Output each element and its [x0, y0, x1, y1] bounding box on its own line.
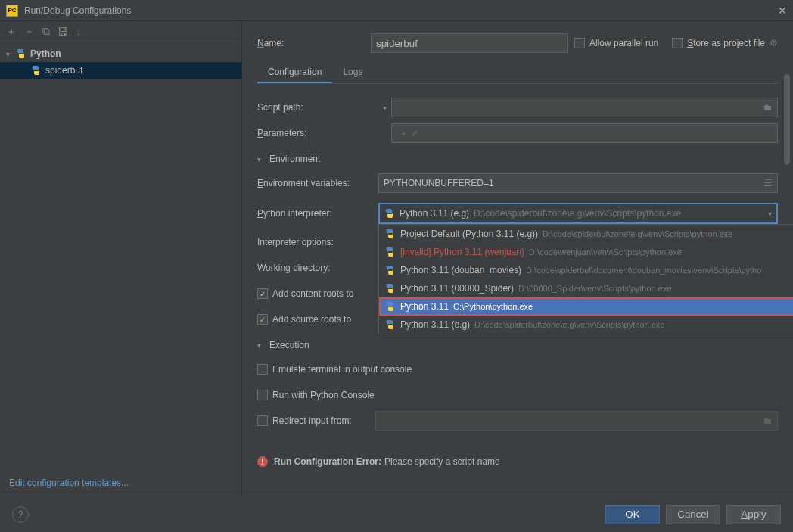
script-path-row: Script path: ▾ 🖿 — [257, 95, 778, 120]
add-icon[interactable]: ＋ — [6, 25, 17, 39]
chevron-down-icon: ▾ — [257, 155, 269, 163]
tab-logs[interactable]: Logs — [332, 62, 373, 83]
folder-icon[interactable]: 🖿 — [763, 102, 773, 113]
config-tree: ▾ Python spiderbuf — [0, 42, 241, 470]
interpreter-option[interactable]: Python 3.11 (00000_Spider)D:\00000_Spide… — [379, 279, 793, 297]
tree-item-label: spiderbuf — [45, 65, 82, 76]
interpreter-option[interactable]: Python 3.11C:\Python\python.exe — [379, 297, 793, 316]
error-message: Please specify a script name — [384, 456, 500, 467]
list-icon[interactable]: ☰ — [764, 178, 773, 188]
expand-icon[interactable]: ⤢ — [411, 129, 418, 138]
sort-icon[interactable]: ↕ — [76, 26, 81, 38]
error-label: Run Configuration Error: — [274, 456, 381, 467]
chevron-down-icon: ▾ — [257, 341, 269, 350]
window-title: Run/Debug Configurations — [24, 5, 778, 16]
parameters-label: Parameters: — [257, 128, 378, 138]
save-template-icon[interactable]: 🖫 — [58, 26, 68, 38]
copy-icon[interactable]: ⧉ — [42, 25, 50, 38]
chevron-down-icon: ▾ — [6, 50, 15, 58]
interpreter-label: Python interpreter: — [257, 208, 378, 219]
tabs: Configuration Logs — [257, 62, 778, 84]
chevron-down-icon[interactable]: ▾ — [383, 104, 387, 112]
redirect-label: Redirect input from: — [272, 415, 375, 426]
python-console-label: Run with Python Console — [272, 390, 375, 400]
option-path: D:\code\spiderbuf\zone\e.g\venv\Scripts\… — [474, 320, 664, 329]
option-name: Python 3.11 (00000_Spider) — [400, 283, 514, 294]
python-icon — [385, 319, 396, 330]
option-path: D:\00000_Spider\venv\Scripts\python.exe — [518, 284, 671, 293]
folder-icon[interactable]: 🖿 — [763, 415, 773, 426]
option-path: D:\code\wenjuan\venv\Scripts\python.exe — [529, 247, 682, 257]
content-roots-label: Add content roots to — [272, 288, 353, 299]
footer: ? OK Cancel Apply — [0, 496, 793, 532]
tree-node-spiderbuf[interactable]: spiderbuf — [0, 62, 241, 79]
option-name: Project Default (Python 3.11 (e.g)) — [400, 229, 538, 239]
python-icon — [384, 208, 395, 219]
cancel-button[interactable]: Cancel — [666, 505, 720, 524]
environment-section[interactable]: ▾ Environment — [257, 154, 778, 164]
emulate-checkbox[interactable] — [257, 364, 268, 375]
option-name: Python 3.11 (douban_movies) — [400, 265, 521, 275]
remove-icon[interactable]: － — [24, 25, 35, 39]
interpreter-option[interactable]: Python 3.11 (douban_movies)D:\code\spide… — [379, 261, 793, 279]
source-roots-checkbox[interactable] — [257, 314, 268, 325]
interpreter-combobox[interactable]: Python 3.11 (e.g) D:\code\spiderbuf\zone… — [378, 203, 778, 224]
script-path-label: Script path: — [257, 102, 378, 113]
python-icon — [385, 265, 396, 275]
python-icon — [385, 283, 396, 294]
working-dir-label: Working directory: — [257, 263, 378, 273]
interpreter-option[interactable]: [invalid] Python 3.11 (wenjuan)D:\code\w… — [379, 243, 793, 261]
redirect-row: Redirect input from: 🖿 — [257, 408, 778, 434]
close-icon[interactable]: ✕ — [778, 5, 787, 17]
interpreter-option[interactable]: Python 3.11 (e.g)D:\code\spiderbuf\zone\… — [379, 316, 793, 334]
pycharm-icon: PC — [6, 5, 18, 17]
python-icon — [385, 301, 396, 312]
env-vars-row: Environment variables: PYTHONUNBUFFERED=… — [257, 170, 778, 196]
env-vars-input[interactable]: PYTHONUNBUFFERED=1 ☰ — [378, 173, 778, 193]
env-vars-label: Environment variables: — [257, 178, 378, 188]
name-input[interactable] — [371, 33, 568, 53]
titlebar: PC Run/Debug Configurations ✕ — [0, 0, 793, 21]
edit-templates-link[interactable]: Edit configuration templates... — [0, 470, 241, 496]
add-macro-icon[interactable]: ＋ — [400, 128, 408, 139]
content: ＋ － ⧉ 🖫 ↕ ▾ Python spiderbuf Edit config… — [0, 21, 793, 496]
script-path-input[interactable]: 🖿 — [391, 98, 778, 117]
name-label: NName:ame: — [257, 38, 371, 48]
config-toolbar: ＋ － ⧉ 🖫 ↕ — [0, 21, 241, 42]
content-roots-checkbox[interactable] — [257, 288, 268, 299]
ok-button[interactable]: OK — [605, 505, 660, 524]
store-project-file-checkbox[interactable] — [672, 38, 683, 48]
name-row: NName:ame: Allow parallel run Store as p… — [257, 33, 778, 53]
option-name: Python 3.11 (e.g) — [400, 319, 470, 330]
tab-configuration[interactable]: Configuration — [257, 62, 332, 83]
sidebar: ＋ － ⧉ 🖫 ↕ ▾ Python spiderbuf Edit config… — [0, 21, 242, 496]
allow-parallel-label: Allow parallel run — [589, 38, 658, 48]
interpreter-option[interactable]: Project Default (Python 3.11 (e.g))D:\co… — [379, 225, 793, 243]
gear-icon[interactable]: ⚙ — [770, 38, 778, 48]
python-console-checkbox[interactable] — [257, 390, 268, 400]
option-path: C:\Python\python.exe — [453, 302, 533, 311]
parameters-input[interactable]: ＋ ⤢ — [391, 123, 778, 143]
chevron-down-icon: ▾ — [768, 210, 772, 218]
python-icon — [30, 64, 42, 76]
redirect-checkbox[interactable] — [257, 415, 268, 426]
option-path: D:\code\spiderbuf\document\douban_movies… — [526, 266, 761, 275]
python-icon — [15, 48, 27, 60]
python-console-row: Run with Python Console — [257, 382, 778, 408]
allow-parallel-checkbox[interactable] — [574, 38, 585, 48]
option-name: [invalid] Python 3.11 (wenjuan) — [400, 247, 524, 257]
help-icon[interactable]: ? — [12, 506, 29, 523]
emulate-label: Emulate terminal in output console — [272, 364, 412, 375]
tree-node-python[interactable]: ▾ Python — [0, 45, 241, 62]
main-panel: NName:ame: Allow parallel run Store as p… — [242, 21, 793, 496]
execution-section[interactable]: ▾ Execution — [257, 340, 778, 350]
python-icon — [385, 229, 396, 239]
error-row: ! Run Configuration Error: Please specif… — [257, 447, 778, 467]
apply-button[interactable]: Apply — [726, 505, 781, 524]
emulate-row: Emulate terminal in output console — [257, 356, 778, 382]
scroll-thumb[interactable] — [784, 74, 790, 165]
error-icon: ! — [257, 456, 268, 467]
redirect-input[interactable]: 🖿 — [375, 411, 778, 431]
parameters-row: Parameters: ▾ ＋ ⤢ — [257, 120, 778, 146]
tree-root-label: Python — [30, 48, 61, 59]
